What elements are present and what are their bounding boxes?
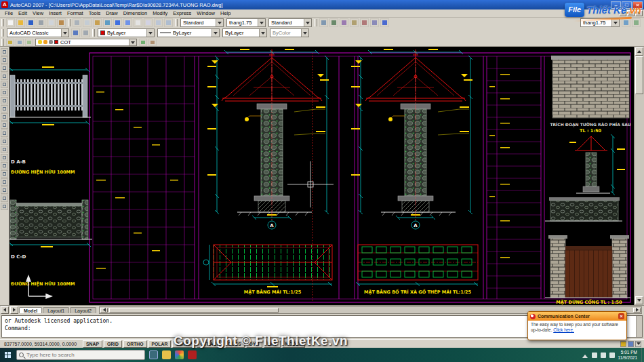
layer-previous-icon[interactable]	[148, 39, 157, 46]
toolbar-grip[interactable]	[68, 19, 71, 26]
chevron-down-icon[interactable]	[258, 19, 265, 26]
snap-toggle[interactable]: SNAP	[83, 340, 102, 348]
chevron-down-icon[interactable]	[216, 19, 223, 26]
mtext-tool-icon[interactable]	[1, 195, 8, 202]
menu-express[interactable]: Express	[170, 10, 194, 16]
tab-layout1[interactable]: Layout1	[43, 307, 69, 313]
toolbar-grip[interactable]	[175, 19, 178, 26]
tab-nav-left-icon[interactable]	[1, 306, 9, 314]
ducs-toggle[interactable]: DUCS	[225, 340, 245, 348]
toolbar-grip[interactable]	[92, 29, 95, 37]
volume-icon[interactable]	[601, 353, 606, 358]
publish-icon[interactable]	[57, 18, 66, 27]
network-icon[interactable]	[592, 353, 597, 358]
qnew-icon[interactable]	[6, 18, 15, 27]
menu-edit[interactable]: Edit	[16, 10, 30, 16]
dyn-toggle[interactable]: DYN	[246, 340, 262, 348]
drawing-canvas[interactable]: D A-B ĐƯỜNG HIỆN HỮU 100MM D C-D ĐƯỜNG H…	[9, 47, 634, 305]
scroll-right-icon[interactable]	[633, 308, 641, 313]
insert-block-tool-icon[interactable]	[1, 138, 8, 145]
scroll-left-icon[interactable]	[100, 308, 108, 313]
menu-format[interactable]: Format	[64, 10, 86, 16]
pan-icon[interactable]	[134, 18, 142, 27]
menu-file[interactable]: File	[2, 10, 16, 16]
workspace-dropdown[interactable]: AutoCAD Classic	[7, 28, 69, 37]
vertical-scroll-thumb[interactable]	[635, 56, 643, 94]
linetype-dropdown[interactable]: ByLayer	[157, 28, 220, 37]
quickcalc-icon[interactable]	[370, 18, 379, 27]
task-view-icon[interactable]	[149, 350, 158, 359]
taskbar-clock[interactable]: 5:01 PM 11/9/2021	[618, 350, 637, 361]
layer-properties-manager-icon[interactable]	[6, 39, 14, 46]
vertical-scrollbar[interactable]	[634, 47, 644, 305]
menu-view[interactable]: View	[30, 10, 46, 16]
line-tool-icon[interactable]	[1, 48, 8, 56]
chevron-down-icon[interactable]	[611, 19, 619, 26]
zoom-previous-icon[interactable]	[164, 18, 173, 27]
polygon-tool-icon[interactable]	[1, 73, 8, 80]
horizontal-scroll-thumb[interactable]	[109, 308, 279, 313]
osnap-toggle[interactable]: OSNAP	[172, 340, 195, 348]
ortho-toggle[interactable]: ORTHO	[123, 340, 147, 348]
model-toggle[interactable]: MODEL	[282, 340, 306, 348]
circle-tool-icon[interactable]	[1, 97, 8, 104]
chevron-down-icon[interactable]	[301, 29, 308, 37]
click-here-link[interactable]: Click here.	[553, 327, 574, 332]
rectangle-tool-icon[interactable]	[1, 81, 8, 88]
layer-dropdown[interactable]: COT	[35, 39, 137, 46]
sheetset-manager-icon[interactable]	[350, 18, 359, 27]
menu-tools[interactable]: Tools	[86, 10, 104, 16]
region-tool-icon[interactable]	[1, 178, 8, 186]
chevron-down-icon[interactable]	[146, 29, 154, 37]
tab-model[interactable]: Model	[19, 307, 42, 313]
revision-cloud-tool-icon[interactable]	[1, 105, 8, 113]
match-properties-icon[interactable]	[103, 18, 112, 27]
tray-expand-icon[interactable]	[582, 352, 588, 358]
undo-icon[interactable]	[113, 18, 122, 27]
popup-close-icon[interactable]: ×	[618, 313, 624, 319]
toolbar-grip[interactable]	[1, 29, 4, 37]
autocad-taskbar-icon[interactable]	[188, 350, 197, 359]
menu-draw[interactable]: Draw	[103, 10, 121, 16]
toolbar-lock-icon[interactable]	[628, 341, 634, 347]
spline-tool-icon[interactable]	[1, 113, 8, 121]
tool-palettes-icon[interactable]	[340, 18, 348, 27]
cut-icon[interactable]	[73, 18, 81, 27]
battery-icon[interactable]	[609, 353, 615, 358]
communication-center-icon[interactable]	[620, 341, 626, 347]
toolbar-grip[interactable]	[315, 19, 317, 26]
zoom-realtime-icon[interactable]	[144, 18, 153, 27]
designcenter-icon[interactable]	[329, 18, 338, 27]
properties-icon[interactable]	[319, 18, 328, 27]
make-object-layer-current-icon[interactable]	[139, 39, 147, 46]
polyline-tool-icon[interactable]	[1, 64, 8, 72]
dim-style-dropdown[interactable]: thang1.75	[226, 18, 266, 27]
plot-preview-icon[interactable]	[47, 18, 56, 27]
gradient-tool-icon[interactable]	[1, 170, 8, 178]
color-dropdown[interactable]: ByLayer	[98, 28, 155, 37]
paste-icon[interactable]	[93, 18, 102, 27]
grid-toggle[interactable]: GRID	[104, 340, 122, 348]
workspace-settings-icon[interactable]	[81, 28, 90, 37]
dim-edit-icon[interactable]	[632, 18, 641, 27]
construction-line-tool-icon[interactable]	[1, 56, 8, 64]
open-icon[interactable]	[16, 18, 25, 27]
status-menu-arrow-icon[interactable]	[635, 341, 641, 347]
polar-toggle[interactable]: POLAR	[148, 340, 172, 348]
move-tool-icon[interactable]	[1, 203, 8, 210]
scroll-down-icon[interactable]	[635, 296, 643, 304]
notification-center-button[interactable]	[641, 348, 644, 362]
toolbar-grip[interactable]	[1, 19, 4, 26]
lwt-toggle[interactable]: LWT	[264, 340, 280, 348]
make-block-tool-icon[interactable]	[1, 146, 8, 153]
table-tool-icon[interactable]	[1, 186, 8, 194]
hatch-tool-icon[interactable]	[1, 162, 8, 169]
plot-style-dropdown[interactable]: ByColor	[270, 28, 309, 37]
chevron-down-icon[interactable]	[304, 19, 311, 26]
redo-icon[interactable]	[123, 18, 132, 27]
file-explorer-icon[interactable]	[162, 350, 171, 359]
search-input[interactable]	[26, 352, 135, 358]
save-workspace-icon[interactable]	[71, 28, 80, 37]
browser-icon[interactable]	[175, 350, 184, 359]
table-style-dropdown[interactable]: Standard	[268, 18, 312, 27]
